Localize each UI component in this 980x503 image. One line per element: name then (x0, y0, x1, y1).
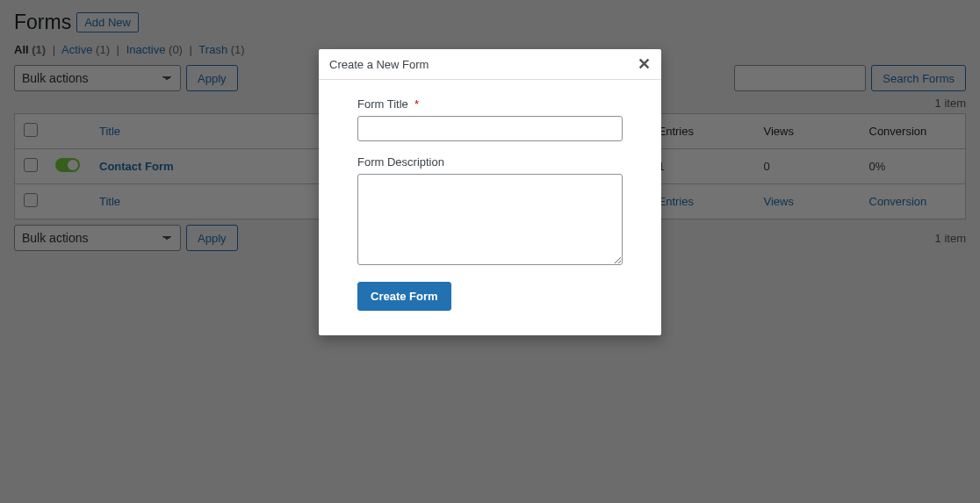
form-description-label: Form Description (357, 155, 623, 169)
form-description-textarea[interactable] (357, 174, 623, 265)
modal-title: Create a New Form (329, 58, 429, 71)
form-title-input[interactable] (357, 116, 623, 141)
form-title-label: Form Title * (357, 97, 623, 111)
create-form-button[interactable]: Create Form (357, 282, 451, 311)
modal-overlay: Create a New Form ✕ Form Title * Form De… (0, 0, 980, 503)
create-form-modal: Create a New Form ✕ Form Title * Form De… (319, 49, 661, 335)
close-icon[interactable]: ✕ (638, 56, 651, 72)
